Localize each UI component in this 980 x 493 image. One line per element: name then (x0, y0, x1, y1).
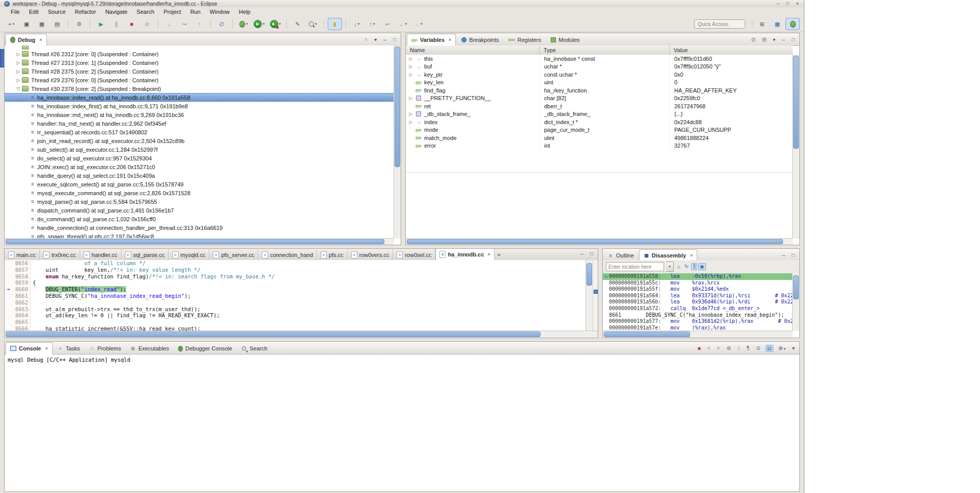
view-menu-button[interactable]: ▾ (373, 36, 378, 43)
show-type-names-button[interactable]: ⊙ (750, 36, 757, 43)
expander-icon[interactable]: ▷ (15, 78, 22, 83)
disasm-source-line[interactable]: 8661 DEBUG_SYNC_C("ha_innobase_index_rea… (603, 312, 793, 319)
horizontal-scrollbar[interactable] (406, 238, 793, 245)
stack-frame-row[interactable]: ≡dispatch_command() at sql_parse.cc:1,49… (5, 206, 394, 215)
forward-button[interactable]: →▾ (411, 18, 425, 30)
last-edit-location-button[interactable]: ↩ (380, 18, 395, 30)
editor-tab-handler-cc[interactable]: chandler.cc (80, 249, 121, 260)
stack-frame-row[interactable]: ≡ha_innobase::rnd_next() at ha_innodb.cc… (5, 110, 394, 119)
editor-tab-trx0rec-cc[interactable]: ctrx0rec.cc (40, 249, 80, 260)
close-icon[interactable]: × (690, 253, 693, 258)
line-number[interactable]: 8661 (12, 293, 28, 299)
location-dropdown-icon[interactable]: ▾ (666, 262, 674, 272)
code-line[interactable]: of a full column */ (33, 260, 585, 267)
variable-row[interactable]: (x)=match_modeulint49861888224 (406, 134, 793, 142)
expander-icon[interactable]: ▷ (408, 56, 414, 61)
tab-console[interactable]: Console× (6, 342, 53, 355)
quick-access-input[interactable]: Quick Access (694, 19, 745, 29)
scrollbar-thumb[interactable] (604, 332, 690, 337)
debug-tree-partial-row[interactable] (5, 45, 394, 50)
disasm-line[interactable]: →000000000191a558: lea -0x50(%rbp),%rax (603, 273, 793, 280)
code-line[interactable]: { (33, 279, 585, 286)
scrollbar-thumb[interactable] (6, 332, 541, 337)
menu-edit[interactable]: Edit (24, 8, 43, 15)
tab-outline[interactable]: Outline (604, 250, 638, 261)
stack-frame-row[interactable]: ≡rr_sequential() at records.cc:517 0x149… (5, 128, 394, 136)
line-number[interactable]: 8656 (12, 260, 28, 267)
line-number[interactable]: 8659 (12, 279, 28, 286)
line-number[interactable]: 8662 (12, 299, 28, 306)
back-button[interactable]: ←▾ (396, 18, 410, 30)
column-header-value[interactable]: Value (670, 45, 793, 55)
debug-call-stack-tree[interactable]: ▷Thread #26 2312 [core: 0] (Suspended : … (5, 45, 394, 239)
scrollbar-thumb[interactable] (793, 56, 799, 149)
variable-row[interactable]: (x)=retdberr_t2617247968 (406, 102, 793, 110)
disasm-line[interactable]: 000000000191a55f: mov $0x21d4,%edx (603, 286, 793, 293)
current-line-marker[interactable] (594, 290, 598, 294)
editor-tab-pfs_server-cc[interactable]: cpfs_server.cc (209, 249, 258, 260)
overview-ruler[interactable] (593, 260, 598, 331)
show-source-toggle[interactable]: § (691, 263, 697, 270)
menu-source[interactable]: Source (43, 8, 70, 15)
remove-all-launches-button[interactable]: × (716, 345, 722, 352)
tab-breakpoints[interactable]: Breakpoints (457, 34, 503, 45)
go-home-button[interactable]: ⌂ (676, 263, 682, 270)
expander-icon[interactable]: ▽ (15, 86, 22, 91)
variable-row[interactable]: (x)=modepage_cur_mode_tPAGE_CUR_UNSUPP (406, 126, 793, 134)
variable-row[interactable]: (x)=key_lenuint0 (406, 79, 793, 87)
editor-tab-ha_innodb-cc[interactable]: cha_innodb.cc× (435, 248, 494, 260)
tab-problems[interactable]: Problems (85, 343, 125, 354)
debug-thread-row[interactable]: ▷Thread #28 2375 [core: 2] (Suspended : … (5, 67, 394, 76)
menu-project[interactable]: Project (159, 8, 185, 15)
step-return-button[interactable]: ↑ (192, 18, 207, 30)
maximize-window-button[interactable]: □ (786, 2, 789, 6)
scrollbar-thumb[interactable] (793, 275, 799, 299)
tab-search[interactable]: Search (237, 343, 272, 354)
code-line[interactable]: ut_ad(key_len != 0 || find_flag != HA_RE… (33, 312, 585, 319)
expander-icon[interactable]: ▷ (15, 69, 22, 74)
variables-table[interactable]: ▷→thisha_innobase * const0x7fff9c011d60▷… (406, 55, 793, 239)
tab-registers[interactable]: Registers (504, 34, 545, 45)
scrollbar-thumb[interactable] (407, 239, 783, 244)
editor-tab-row0sel-cc[interactable]: crow0sel.cc (393, 249, 435, 260)
refresh-button[interactable]: ↻ (683, 263, 690, 270)
stack-frame-row[interactable]: ≡mysql_execute_command() at sql_parse.cc… (5, 189, 394, 197)
menu-search[interactable]: Search (132, 8, 159, 15)
scrollbar-thumb[interactable] (6, 239, 384, 244)
menu-window[interactable]: Window (205, 8, 234, 15)
horizontal-scrollbar[interactable] (5, 238, 394, 245)
code-line[interactable]: enum ha_rkey_function find_flag)/*!< in:… (33, 273, 585, 280)
menu-file[interactable]: File (6, 8, 24, 15)
view-menu-button[interactable]: ▾ (771, 36, 777, 43)
horizontal-scrollbar[interactable] (603, 331, 793, 338)
maximize-button[interactable]: □ (790, 36, 796, 43)
save-button[interactable]: ▣ (19, 18, 34, 30)
scrollbar-thumb[interactable] (586, 263, 592, 286)
suspend-button[interactable]: ∥ (109, 18, 124, 30)
stack-frame-row[interactable]: ≡do_select() at sql_executor.cc:957 0x15… (5, 154, 394, 162)
debug-thread-row[interactable]: ▷Thread #27 2313 [core: 1] (Suspended : … (5, 58, 394, 67)
mark-occurrences-button[interactable]: ▮ (328, 18, 342, 30)
step-into-button[interactable]: ↓ (162, 18, 176, 30)
disasm-line[interactable]: 000000000191a56b: lea 0x936d46(%rip),%rd… (603, 299, 793, 306)
variable-row[interactable]: ▷→key_ptrconst uchar *0x0 (406, 71, 793, 79)
tab-modules[interactable]: Modules (546, 34, 584, 45)
minimize-button[interactable]: – (579, 250, 585, 257)
menu-navigate[interactable]: Navigate (101, 8, 132, 15)
code-line[interactable]: uint key_len,/*!< in: key value length *… (33, 267, 585, 273)
close-window-button[interactable]: × (796, 2, 799, 6)
remove-all-terminated-button[interactable]: × (363, 36, 370, 43)
line-number[interactable]: 8660 (12, 286, 28, 293)
variable-row[interactable]: (x)=errorint32767 (406, 142, 793, 150)
code-line[interactable]: DEBUG_SYNC_C("ha_innobase_index_read_beg… (33, 293, 585, 299)
stack-frame-row[interactable]: ≡do_command() at sql_parse.cc:1,032 0x15… (5, 215, 394, 223)
previous-annotation-button[interactable]: ↑▾ (365, 18, 379, 30)
external-tools-button[interactable]: ▾ (268, 18, 283, 30)
minimize-button[interactable]: – (780, 36, 787, 43)
tab-tasks[interactable]: Tasks (54, 343, 84, 354)
tab-overflow-chevron[interactable]: » (495, 251, 504, 257)
collapse-all-button[interactable]: ⊟ (761, 36, 768, 43)
scrollbar-thumb[interactable] (395, 46, 400, 167)
close-icon[interactable]: × (45, 346, 47, 351)
minimize-button[interactable]: – (780, 252, 787, 259)
